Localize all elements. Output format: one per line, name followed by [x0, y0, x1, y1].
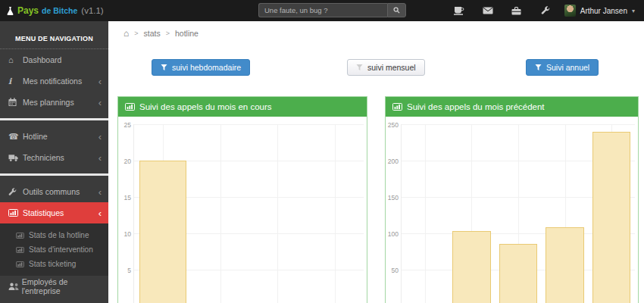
statistiques-submenu: Stats de la hotline Stats d'intervention…: [0, 223, 108, 276]
gridline: [134, 124, 364, 125]
briefcase-icon: [511, 7, 521, 15]
button-label: Suivi annuel: [546, 63, 589, 72]
truck-icon: [8, 154, 23, 162]
logo-text-1: Pays: [17, 5, 39, 16]
phone-icon: ☎: [8, 132, 23, 142]
gridline: [335, 124, 336, 303]
flask-icon: [6, 6, 14, 16]
panel-body: 25020015010050: [386, 117, 638, 303]
search-submit-button[interactable]: [387, 3, 406, 17]
sidebar-subitem-stats-hotline[interactable]: Stats de la hotline: [0, 228, 108, 242]
wrench-icon: [8, 188, 23, 196]
y-axis-tick-label: 100: [386, 230, 399, 238]
sidebar-subitem-label: Stats ticketing: [29, 260, 76, 268]
sidebar-header: MENU DE NAVIGATION: [0, 21, 108, 48]
y-axis-tick-label: 10: [119, 230, 131, 238]
panel-title: Suivi des appels du mois en cours: [139, 102, 272, 111]
sidebar-item-notifications[interactable]: i Mes notifications ‹: [0, 70, 108, 92]
calendar-icon: [8, 98, 23, 107]
sidebar-item-label: Mes plannings: [23, 98, 74, 107]
breadcrumb: ⌂ > stats > hotline: [123, 28, 199, 39]
panel-body: 252015105: [118, 117, 367, 303]
chart-icon: [392, 103, 402, 111]
gridline: [220, 124, 221, 303]
gridline: [425, 124, 426, 303]
sidebar-item-label: Statistiques: [23, 208, 64, 217]
sidebar-item-plannings[interactable]: Mes plannings ‹: [0, 92, 108, 113]
sidebar-subitem-stats-intervention[interactable]: Stats d'intervention: [0, 242, 108, 257]
filter-icon: [535, 64, 542, 71]
sidebar-item-label: Mes notifications: [23, 77, 82, 86]
bar: [592, 132, 631, 303]
breadcrumb-separator: >: [166, 30, 170, 37]
gridline: [277, 124, 278, 303]
home-icon[interactable]: ⌂: [123, 28, 129, 39]
bar: [139, 161, 186, 303]
info-icon: i: [8, 77, 23, 86]
envelope-icon: [483, 7, 493, 14]
chevron-left-icon: ‹: [98, 132, 102, 142]
bar-chart-icon: [16, 247, 24, 253]
chevron-left-icon: ‹: [98, 98, 102, 108]
home-icon: ⌂: [8, 55, 23, 64]
search-icon: [393, 7, 400, 14]
breadcrumb-link-stats[interactable]: stats: [144, 29, 161, 38]
sidebar: MENU DE NAVIGATION ⌂ Dashboard i Mes not…: [0, 21, 108, 303]
briefcase-menu-button[interactable]: [502, 0, 531, 21]
sidebar-item-statistiques[interactable]: Statistiques ‹: [0, 202, 108, 223]
filter-icon: [356, 64, 363, 71]
app-logo[interactable]: Pays de Bitche (v1.1): [6, 0, 104, 21]
bar: [452, 231, 491, 303]
sidebar-item-mon-compte[interactable]: Mon compte: [0, 297, 108, 303]
panel-current-month: Suivi des appels du mois en cours 252015…: [117, 96, 367, 303]
sidebar-item-label: Employés de l'entreprise: [22, 277, 102, 295]
button-label: suivi mensuel: [367, 63, 416, 72]
panel-title: Suivi des appels du mois précédent: [407, 102, 545, 111]
y-axis-tick-label: 25: [119, 121, 131, 129]
suivi-hebdomadaire-button[interactable]: suivi hebdomadaire: [152, 59, 250, 76]
avatar: [564, 5, 576, 17]
sidebar-subitem-stats-ticketing[interactable]: Stats ticketing: [0, 257, 108, 271]
sidebar-subitem-label: Stats d'intervention: [29, 245, 93, 254]
y-axis-tick-label: 150: [386, 194, 399, 201]
suivi-mensuel-button[interactable]: suivi mensuel: [347, 59, 425, 76]
y-axis-tick-label: 50: [386, 267, 399, 274]
bar-chart-icon: [16, 261, 24, 267]
chart-icon: [125, 103, 135, 111]
user-name: Arthur Jansen: [580, 7, 627, 15]
y-axis-tick-label: 15: [119, 194, 131, 201]
sidebar-divider: [0, 118, 108, 120]
logo-text-2: de Bitche: [42, 6, 77, 15]
sidebar-item-label: Techniciens: [23, 153, 64, 162]
user-menu[interactable]: Arthur Jansen ▾: [560, 0, 639, 21]
main-content: ⌂ > stats > hotline suivi hebdomadaire s…: [108, 21, 644, 303]
sidebar-item-dashboard[interactable]: ⌂ Dashboard: [0, 49, 108, 70]
sidebar-item-employes[interactable]: Employés de l'entreprise: [0, 276, 108, 297]
sidebar-item-hotline[interactable]: ☎ Hotline ‹: [0, 126, 108, 147]
bar-chart-icon: [8, 209, 23, 217]
plot-area: [133, 124, 364, 303]
breadcrumb-link-hotline[interactable]: hotline: [175, 29, 199, 38]
suivi-annuel-button[interactable]: Suivi annuel: [526, 59, 599, 76]
search-form: [258, 3, 406, 17]
y-axis-tick-label: 250: [386, 121, 399, 129]
chevron-left-icon: ‹: [98, 153, 102, 163]
y-axis-tick-label: 5: [119, 267, 131, 274]
tools-menu-button[interactable]: [531, 0, 560, 21]
sidebar-item-techniciens[interactable]: Techniciens ‹: [0, 147, 108, 168]
coffee-menu-button[interactable]: [445, 0, 474, 21]
chevron-left-icon: ‹: [98, 187, 102, 197]
sidebar-item-label: Dashboard: [23, 55, 61, 64]
top-navbar: Pays de Bitche (v1.1): [0, 0, 644, 21]
y-axis-tick-label: 200: [386, 158, 399, 165]
panel-heading: Suivi des appels du mois en cours: [118, 97, 367, 117]
navbar-right-menu: Arthur Jansen ▾: [445, 0, 639, 21]
wrench-icon: [541, 6, 550, 15]
coffee-icon: [454, 6, 464, 15]
sidebar-item-label: Outils communs: [23, 187, 80, 196]
search-input[interactable]: [258, 3, 387, 17]
bar: [499, 244, 538, 303]
logo-version: (v1.1): [81, 6, 103, 15]
sidebar-item-outils-communs[interactable]: Outils communs ‹: [0, 181, 108, 202]
messages-menu-button[interactable]: [474, 0, 502, 21]
